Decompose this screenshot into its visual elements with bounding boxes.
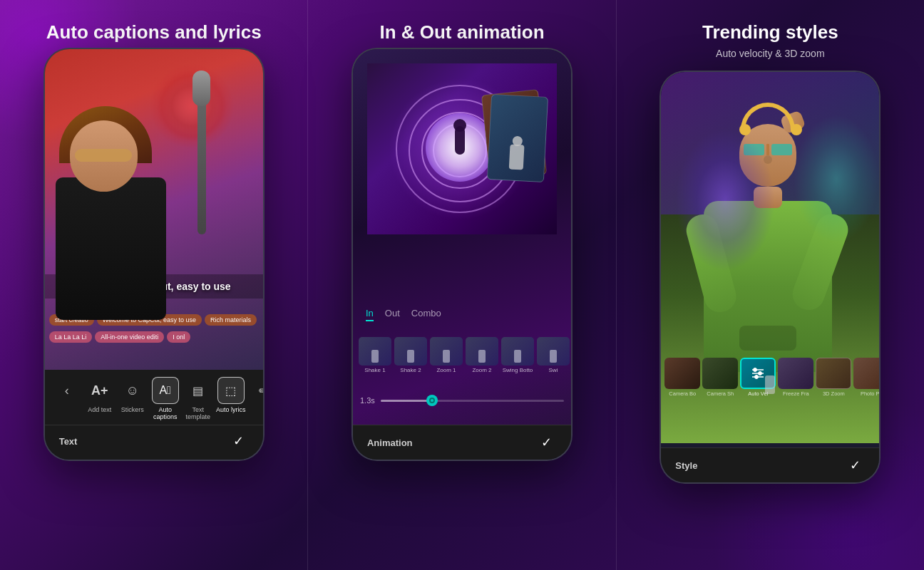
- anim-thumb-4[interactable]: Zoom 2: [466, 337, 498, 373]
- anim-thumb-img-2: [394, 337, 427, 366]
- bottom-nav-2: Animation ✓: [353, 425, 571, 460]
- animation-thumbnails: Shake 1 Shake 2 Zoom 1: [353, 337, 571, 373]
- tool-draw[interactable]: ✏: [247, 377, 265, 404]
- check-button-3[interactable]: ✓: [845, 455, 865, 475]
- singer-body: [56, 177, 166, 320]
- auto-lyrics-icon: ⬚: [217, 377, 245, 404]
- lens-right: [771, 144, 792, 155]
- tool-row: ‹ A+ Add text ☺ Stickers A⃞ Auto caption…: [45, 377, 263, 420]
- tool-auto-lyrics[interactable]: ⬚ Auto lyrics: [215, 377, 247, 413]
- check-button-1[interactable]: ✓: [229, 431, 249, 451]
- style-thumb-freeze[interactable]: Freeze Fra: [778, 358, 813, 397]
- speed-thumb[interactable]: [426, 395, 438, 406]
- add-text-label: Add text: [88, 406, 111, 413]
- phone1-content: Welcome to CapCut, easy to use start cre…: [45, 49, 263, 370]
- tab-in[interactable]: In: [366, 308, 374, 321]
- anim-thumb-img-6: [537, 337, 570, 366]
- style-thumb-label-5: 3D Zoom: [823, 390, 845, 397]
- phone1-bg: Welcome to CapCut, easy to use start cre…: [45, 49, 263, 370]
- anim-thumb-3[interactable]: Zoom 1: [430, 337, 463, 373]
- svg-point-3: [759, 372, 762, 375]
- style-thumb-camera-bo[interactable]: Camera Bo: [664, 358, 700, 397]
- chip-6: I onl: [167, 331, 190, 343]
- section-styles: Trending styles Auto velocity & 3D zoom: [617, 0, 924, 570]
- tool-back[interactable]: ‹: [51, 377, 83, 404]
- style-thumb-photo-pu[interactable]: Photo Pu: [853, 358, 879, 397]
- svg-point-5: [755, 375, 759, 379]
- thumb-figure-5: [514, 350, 521, 363]
- animation-tabs: In Out Combo: [360, 308, 564, 321]
- phone2-content: In Out Combo Shake 1: [353, 49, 571, 425]
- anim-thumb-1[interactable]: Shake 1: [359, 337, 391, 373]
- anim-thumb-label-1: Shake 1: [359, 367, 391, 373]
- add-text-icon: A+: [86, 377, 113, 404]
- style-thumb-label-2: Camera Sh: [707, 390, 734, 397]
- speed-fill: [381, 400, 432, 402]
- phone-mockup-1: Welcome to CapCut, easy to use start cre…: [43, 48, 265, 461]
- anim-thumb-label-5: Swing Botto: [501, 367, 534, 373]
- nav-label-3: Style: [675, 460, 697, 471]
- anim-thumb-5[interactable]: Swing Botto: [501, 337, 534, 373]
- thumb-figure: [371, 350, 379, 363]
- mic-head: [192, 71, 210, 106]
- thumb-figure-3: [443, 350, 450, 363]
- chip-5: All-in-one video editi: [95, 331, 164, 343]
- style-thumb-img-5: [816, 358, 851, 389]
- lens-bridge: [766, 144, 769, 155]
- anim-thumb-label-2: Shake 2: [394, 367, 427, 373]
- auto-captions-icon: A⃞: [152, 377, 179, 404]
- section1-title: Auto captions and lyrics: [46, 21, 262, 43]
- nav-label-2: Animation: [367, 437, 413, 448]
- thumb-figure-6: [550, 350, 557, 363]
- ski-figure: [509, 145, 525, 170]
- chip-4: La La La Li: [49, 331, 93, 343]
- auto-captions-label: Auto captions: [149, 406, 182, 420]
- speed-track[interactable]: [381, 400, 564, 402]
- bottom-nav-1: Text ✓: [45, 425, 263, 454]
- back-chevron-icon: ‹: [53, 377, 81, 404]
- speed-thumb-inner: [429, 398, 435, 403]
- style-thumb-camera-sh[interactable]: Camera Sh: [702, 358, 738, 397]
- speed-control: 1.3s: [360, 396, 564, 405]
- anim-thumb-img-3: [430, 337, 463, 366]
- style-thumbnails: Camera Bo Camera Sh: [661, 358, 879, 397]
- style-thumb-3d-zoom[interactable]: 3D Zoom: [816, 358, 851, 397]
- anim-thumb-label-4: Zoom 2: [466, 367, 498, 373]
- nav-label-1: Text: [59, 436, 78, 447]
- thumb-figure-2: [407, 350, 414, 363]
- main-container: Auto captions and lyrics: [0, 0, 924, 570]
- anim-thumb-2[interactable]: Shake 2: [394, 337, 427, 373]
- chip-3: Rich materials: [205, 314, 257, 326]
- style-thumb-label-1: Camera Bo: [669, 390, 696, 397]
- phone3-content: Camera Bo Camera Sh: [661, 72, 879, 443]
- tool-text-template[interactable]: ▤ Text template: [182, 377, 215, 420]
- style-thumb-img-4: [778, 358, 813, 389]
- phone-mockup-3: Camera Bo Camera Sh: [659, 71, 881, 484]
- mic-stand: [197, 92, 206, 234]
- section3-subtitle: Auto velocity & 3D zoom: [716, 48, 825, 59]
- photo-card-front: [487, 94, 548, 182]
- tool-add-text[interactable]: A+ Add text: [83, 377, 116, 413]
- adjust-sliders-icon: [750, 366, 766, 381]
- text-template-label: Text template: [182, 406, 215, 420]
- draw-icon: ✏: [250, 377, 265, 404]
- anim-thumb-label-6: Swi: [537, 367, 570, 373]
- style-thumb-label-4: Freeze Fra: [783, 390, 809, 397]
- thumb-figure-4: [478, 350, 486, 363]
- anim-thumb-6[interactable]: Swi: [537, 337, 570, 373]
- bg-teal-glow: [794, 115, 879, 243]
- style-thumb-img-1: [664, 358, 700, 389]
- anim-thumb-label-3: Zoom 1: [430, 367, 463, 373]
- tab-combo[interactable]: Combo: [411, 308, 441, 321]
- orb-area: [367, 63, 557, 234]
- bottom-nav-3: Style ✓: [661, 447, 879, 482]
- section-captions: Auto captions and lyrics: [0, 0, 308, 570]
- check-button-2[interactable]: ✓: [537, 432, 557, 452]
- tool-stickers[interactable]: ☺ Stickers: [116, 377, 149, 413]
- tab-out[interactable]: Out: [385, 308, 400, 321]
- tool-auto-captions[interactable]: A⃞ Auto captions: [149, 377, 182, 420]
- section3-title: Trending styles: [702, 21, 838, 43]
- phone-toolbar-1: ‹ A+ Add text ☺ Stickers A⃞ Auto caption…: [45, 370, 263, 460]
- phone-mockup-2: In Out Combo Shake 1: [351, 48, 573, 461]
- chips-row2: La La La Li All-in-one video editi I onl: [45, 331, 263, 343]
